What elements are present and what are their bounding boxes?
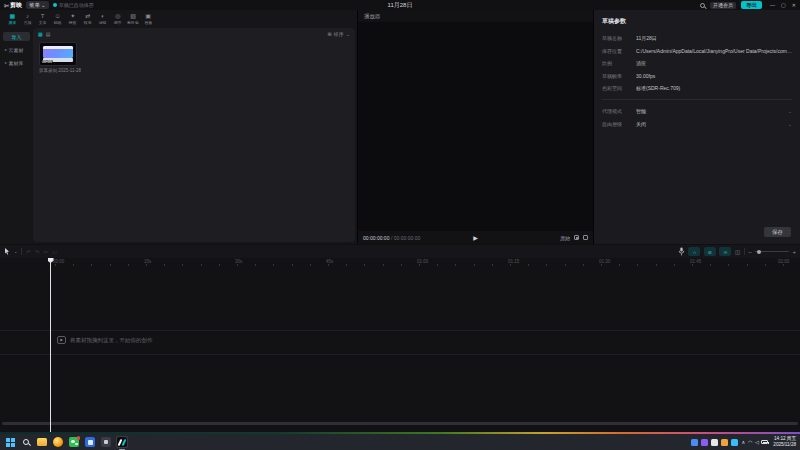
ruler-label: 02:00 — [778, 259, 789, 264]
row-value[interactable]: 11月28日 — [636, 35, 792, 41]
tray-app-icon[interactable] — [711, 439, 718, 446]
ribbon-tab-sticker[interactable]: ☺ 贴纸 — [50, 12, 65, 25]
close-button[interactable]: ✕ — [792, 2, 796, 8]
ribbon-tab-transition[interactable]: ⇄ 转场 — [80, 12, 95, 25]
playhead-line[interactable] — [50, 258, 51, 432]
sidebar-item-label: 云素材 — [9, 47, 24, 53]
tray-expand-icon[interactable]: ∧ — [741, 439, 745, 445]
timeline-right-controls: ∩ ≋ ∞ ◫ – + — [678, 247, 796, 256]
start-button[interactable] — [4, 436, 16, 448]
row-value[interactable]: 30.00fps — [636, 73, 792, 79]
video-viewport[interactable] — [358, 22, 593, 231]
taskbar-search-button[interactable] — [20, 436, 32, 448]
row-value[interactable]: 标准(SDR-Rec.709) — [636, 85, 792, 91]
fullscreen-icon[interactable] — [583, 235, 588, 240]
link-toggle[interactable]: ∞ — [719, 247, 731, 256]
sidebar-item-cloud[interactable]: ▸ 云素材 — [3, 45, 30, 54]
dark-app-button[interactable] — [100, 436, 112, 448]
timeline-ruler[interactable]: 00:00 15s 30s 45s 01:00 01:15 01:30 01:4… — [0, 258, 800, 266]
taskbar-clock[interactable]: 14:12 周五 2025/11/28 — [773, 436, 796, 447]
slider-knob[interactable] — [757, 250, 761, 254]
blue-app-icon — [85, 437, 95, 447]
adapt-view-icon[interactable] — [574, 235, 579, 240]
timeline-zoom-slider[interactable] — [755, 251, 789, 252]
sidebar-item-import[interactable]: 导入 — [3, 32, 30, 41]
draft-row-name: 草稿名称 11月28日 — [602, 35, 792, 41]
track-area[interactable]: ▶ 将素材拖拽到这里，开始你的创作 — [0, 266, 800, 426]
play-button[interactable]: ▶ — [473, 234, 478, 241]
ribbon-tab-pack[interactable]: ▧ 素材包 — [126, 12, 141, 25]
ribbon-tab-adjust[interactable]: ◎ 调节 — [111, 12, 126, 25]
ribbon-tab-audio[interactable]: ♪ 音频 — [20, 12, 35, 25]
horizontal-scrollbar[interactable] — [2, 422, 798, 425]
dark-app-icon — [101, 437, 111, 447]
clip-thumbnail[interactable]: 00:05 — [39, 42, 77, 66]
row-value[interactable]: C:/Users/Admin/AppData/Local/JianyingPro… — [636, 48, 792, 54]
zoom-in-icon[interactable]: + — [792, 249, 796, 255]
row-label: 比例 — [602, 60, 636, 66]
tray-app-icon[interactable] — [721, 439, 728, 446]
export-button[interactable]: 导出 — [741, 1, 762, 9]
capcut-taskbar-button[interactable] — [116, 436, 128, 448]
row-value[interactable]: 适应 — [636, 60, 792, 66]
clip-duration-badge: 00:05 — [41, 60, 53, 65]
tray-app-icon[interactable] — [691, 439, 698, 446]
membership-button[interactable]: 开通会员 — [710, 2, 736, 9]
record-mic-icon[interactable] — [678, 247, 685, 256]
ribbon-tab-filter[interactable]: ◐ 滤镜 — [96, 12, 111, 25]
link-icon: ∞ — [724, 249, 728, 255]
sidebar-item-label: 导入 — [12, 34, 22, 40]
player-title: 播放器 — [364, 13, 381, 20]
zoom-out-icon[interactable]: – — [748, 249, 751, 255]
search-icon[interactable] — [700, 3, 705, 8]
ribbon-tab-template[interactable]: ▣ 模板 — [141, 12, 156, 25]
system-indicators[interactable]: ◠ ◁ — [748, 439, 768, 445]
redo-icon[interactable]: ↷ — [35, 249, 40, 255]
tray-app-icon[interactable] — [731, 439, 738, 446]
wechat-button[interactable] — [68, 436, 80, 448]
asset-column: ▦ 媒体 ♪ 音频 T 文本 ☺ 贴纸 ✦ 特效 — [0, 10, 357, 244]
split-icon[interactable]: ✄ — [44, 249, 49, 255]
ribbon-tab-effects[interactable]: ✦ 特效 — [65, 12, 80, 25]
row-label: 保存位置 — [602, 48, 636, 54]
draft-row-proxy[interactable]: 代理模式 智能 ⌄ — [602, 108, 792, 114]
row-label: 草稿名称 — [602, 35, 636, 41]
player-controls: 00:00:00:00 / 00:00:00:00 ▶ 原始 — [358, 231, 593, 244]
ribbon-tab-label: 滤镜 — [99, 20, 107, 24]
blue-app-button[interactable] — [84, 436, 96, 448]
ratio-dropdown[interactable]: 原始 — [560, 235, 570, 241]
ribbon-tab-media[interactable]: ▦ 媒体 — [5, 12, 20, 25]
browser-button[interactable] — [52, 436, 64, 448]
notification-badge — [77, 436, 81, 440]
media-clip-card[interactable]: 00:05 屏幕录制 2025-11-28 — [39, 42, 81, 73]
main-track-magnet-toggle[interactable]: ∩ — [688, 247, 700, 256]
grid-view-icon[interactable]: ▦ — [38, 31, 43, 37]
system-tray: ∧ ◠ ◁ 14:12 周五 2025/11/28 — [691, 436, 796, 447]
sidebar-item-library[interactable]: ▸ 素材库 — [3, 58, 30, 67]
list-view-icon[interactable]: ▤ — [46, 31, 51, 37]
text-icon: T — [41, 12, 45, 20]
tray-app-icon[interactable] — [701, 439, 708, 446]
minimize-button[interactable]: — — [770, 2, 775, 8]
adjust-icon: ◎ — [115, 12, 120, 20]
draft-row-free-layer[interactable]: 自由层级 关闭 ⌄ — [602, 121, 792, 127]
maximize-button[interactable]: ▢ — [781, 2, 786, 8]
undo-icon[interactable]: ↶ — [26, 249, 31, 255]
media-panel: ▦ ▤ ⊞ 排序 ⌄ 00:05 — [33, 28, 355, 242]
sort-control[interactable]: ⊞ 排序 ⌄ — [328, 31, 350, 37]
auto-snap-toggle[interactable]: ≋ — [704, 247, 716, 256]
ribbon-tab-text[interactable]: T 文本 — [35, 12, 50, 25]
chevron-down-icon[interactable]: ⌄ — [14, 249, 17, 254]
save-button[interactable]: 保存 — [764, 227, 791, 237]
file-explorer-button[interactable] — [36, 436, 48, 448]
preview-axis-icon[interactable]: ◫ — [735, 249, 740, 255]
window-controls: — ▢ ✕ — [770, 2, 796, 8]
select-tool-icon[interactable] — [4, 248, 10, 255]
chevron-right-icon: ▸ — [5, 47, 7, 52]
delete-icon[interactable]: ▭ — [52, 249, 57, 255]
battery-icon — [761, 440, 768, 444]
ribbon-tab-label: 转场 — [84, 20, 92, 24]
ruler-label: 00:00 — [53, 259, 64, 264]
volume-icon: ◁ — [755, 439, 759, 445]
menu-button[interactable]: 菜单 ⌄ — [26, 1, 49, 9]
